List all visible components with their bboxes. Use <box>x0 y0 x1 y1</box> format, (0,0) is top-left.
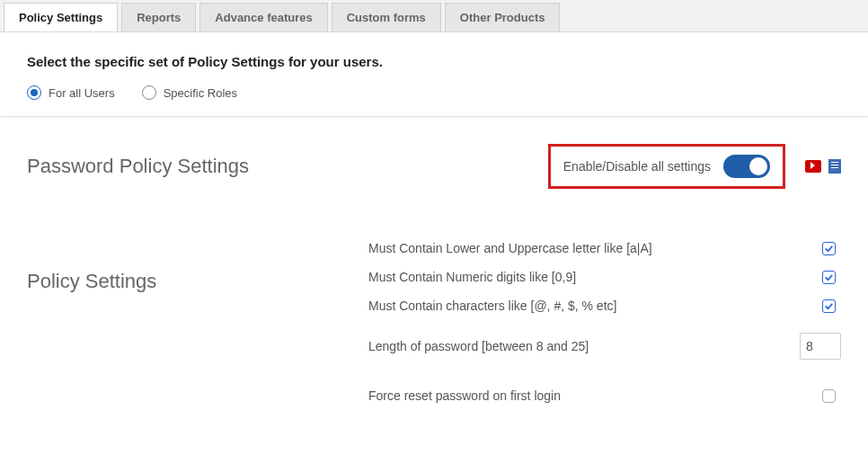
checkbox-chars[interactable] <box>822 299 836 313</box>
check-icon <box>824 272 834 282</box>
side-icons <box>805 159 841 174</box>
scope-panel: Select the specific set of Policy Settin… <box>0 32 868 117</box>
tab-other-products[interactable]: Other Products <box>445 3 561 31</box>
section-title: Password Policy Settings <box>27 155 249 178</box>
opt-label: Length of password [between 8 and 25] <box>368 339 800 353</box>
checkbox-numeric[interactable] <box>822 271 836 284</box>
radio-label: Specific Roles <box>164 86 237 100</box>
opt-label: Must Contain characters like [@, #, $, %… <box>368 299 822 313</box>
password-policy-section: Password Policy Settings Enable/Disable … <box>0 117 868 410</box>
document-icon[interactable] <box>828 159 841 172</box>
opt-row-reset: Force reset password on first login <box>368 381 841 410</box>
policy-settings-subtitle: Policy Settings <box>27 270 368 293</box>
tab-reports[interactable]: Reports <box>121 3 196 31</box>
toggle-knob <box>749 157 767 175</box>
opt-row-length: Length of password [between 8 and 25] <box>368 320 841 381</box>
opt-label: Must Contain Lower and Uppercase letter … <box>368 241 822 255</box>
password-length-input[interactable] <box>800 333 841 360</box>
opt-row-chars: Must Contain characters like [@, #, $, %… <box>368 291 841 320</box>
enable-all-toggle[interactable] <box>723 155 770 178</box>
tab-advance-features[interactable]: Advance features <box>199 3 327 31</box>
settings-left: Policy Settings <box>27 234 368 410</box>
checkbox-reset[interactable] <box>822 389 836 403</box>
opt-label: Force reset password on first login <box>368 388 822 403</box>
radio-for-all-users[interactable]: For all Users <box>27 85 115 100</box>
settings-right: Must Contain Lower and Uppercase letter … <box>368 234 841 410</box>
youtube-icon[interactable] <box>805 160 821 171</box>
radio-specific-roles[interactable]: Specific Roles <box>142 85 237 100</box>
settings-row: Policy Settings Must Contain Lower and U… <box>27 234 841 410</box>
opt-row-numeric: Must Contain Numeric digits like [0,9] <box>368 263 841 291</box>
enable-all-highlight: Enable/Disable all settings <box>548 144 785 189</box>
scope-heading: Select the specific set of Policy Settin… <box>27 54 841 69</box>
opt-row-case: Must Contain Lower and Uppercase letter … <box>368 234 841 263</box>
radio-label: For all Users <box>49 86 115 100</box>
enable-all-label: Enable/Disable all settings <box>563 159 711 174</box>
section-header-row: Password Policy Settings Enable/Disable … <box>27 144 841 189</box>
scope-radio-group: For all Users Specific Roles <box>27 85 841 100</box>
opt-label: Must Contain Numeric digits like [0,9] <box>368 270 822 284</box>
check-icon <box>824 244 834 254</box>
radio-icon <box>142 85 156 100</box>
checkbox-case[interactable] <box>822 242 836 255</box>
tab-custom-forms[interactable]: Custom forms <box>332 3 441 31</box>
tab-policy-settings[interactable]: Policy Settings <box>4 3 118 31</box>
tab-bar: Policy Settings Reports Advance features… <box>0 0 868 32</box>
radio-icon <box>27 85 41 100</box>
check-icon <box>824 301 834 311</box>
